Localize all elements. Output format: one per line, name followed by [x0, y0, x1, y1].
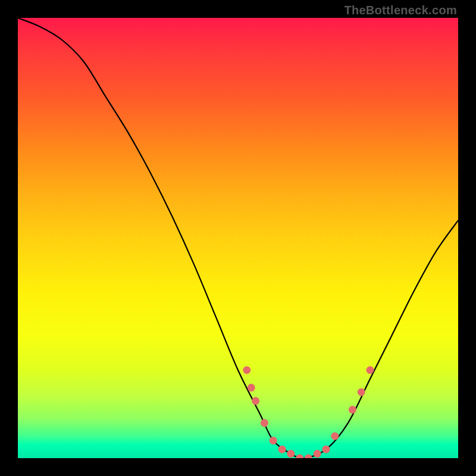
bottleneck-curve: [18, 18, 458, 458]
data-point: [314, 450, 321, 458]
data-point: [305, 455, 312, 459]
data-point: [322, 446, 330, 453]
data-point: [252, 397, 259, 405]
attribution-text: TheBottleneck.com: [344, 4, 457, 17]
data-point: [296, 455, 303, 459]
data-point: [261, 419, 268, 427]
scatter-dots: [243, 367, 374, 459]
data-point: [358, 389, 365, 396]
data-point: [367, 367, 374, 374]
data-point: [278, 446, 286, 453]
data-point: [270, 437, 277, 444]
data-point: [243, 367, 250, 374]
data-point: [349, 406, 356, 414]
data-point: [287, 450, 295, 458]
data-point: [248, 384, 255, 392]
chart-svg: [18, 18, 458, 458]
plot-area: [18, 18, 458, 458]
data-point: [331, 433, 339, 440]
